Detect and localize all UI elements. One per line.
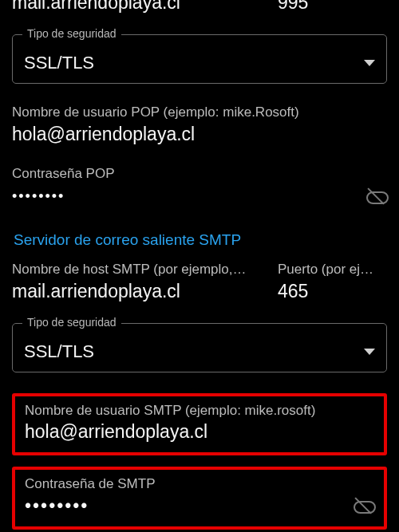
pop-port-value[interactable]: 995: [278, 0, 387, 14]
pop-security-value: SSL/TLS: [24, 53, 94, 73]
smtp-username-highlight: Nombre de usuario SMTP (ejemplo: mike.ro…: [12, 393, 387, 455]
smtp-username-label: Nombre de usuario SMTP (ejemplo: mike.ro…: [25, 403, 374, 419]
pop-password-label: Contraseña POP: [12, 166, 387, 182]
pop-security-dropdown[interactable]: Tipo de seguridad SSL/TLS: [12, 34, 387, 84]
visibility-off-icon[interactable]: [365, 185, 387, 207]
smtp-password-value[interactable]: ••••••••: [25, 495, 89, 517]
smtp-host-label: Nombre de host SMTP (por ejemplo,…: [12, 262, 263, 278]
smtp-username-value[interactable]: hola@arriendoplaya.cl: [25, 421, 374, 443]
chevron-down-icon: [364, 349, 375, 355]
pop-username-value[interactable]: hola@arriendoplaya.cl: [12, 124, 387, 145]
smtp-port-value[interactable]: 465: [278, 281, 387, 302]
smtp-port-label: Puerto (por ej…: [278, 262, 387, 278]
pop-username-label: Nombre de usuario POP (ejemplo: mike.Ros…: [12, 104, 387, 120]
smtp-host-value[interactable]: mail.arriendoplaya.cl: [12, 281, 263, 302]
smtp-password-label: Contraseña de SMTP: [25, 476, 374, 492]
pop-password-value[interactable]: ••••••••: [12, 188, 65, 205]
visibility-off-icon[interactable]: [352, 495, 374, 517]
smtp-security-value: SSL/TLS: [24, 341, 94, 362]
smtp-password-highlight: Contraseña de SMTP ••••••••: [12, 467, 387, 530]
chevron-down-icon: [364, 60, 375, 66]
pop-security-label: Tipo de seguridad: [22, 27, 121, 40]
smtp-section-header: Servidor de correo saliente SMTP: [14, 231, 387, 249]
smtp-security-dropdown[interactable]: Tipo de seguridad SSL/TLS: [12, 323, 387, 372]
pop-host-value[interactable]: mail.arriendoplaya.cl: [12, 0, 263, 14]
smtp-security-label: Tipo de seguridad: [22, 316, 121, 329]
